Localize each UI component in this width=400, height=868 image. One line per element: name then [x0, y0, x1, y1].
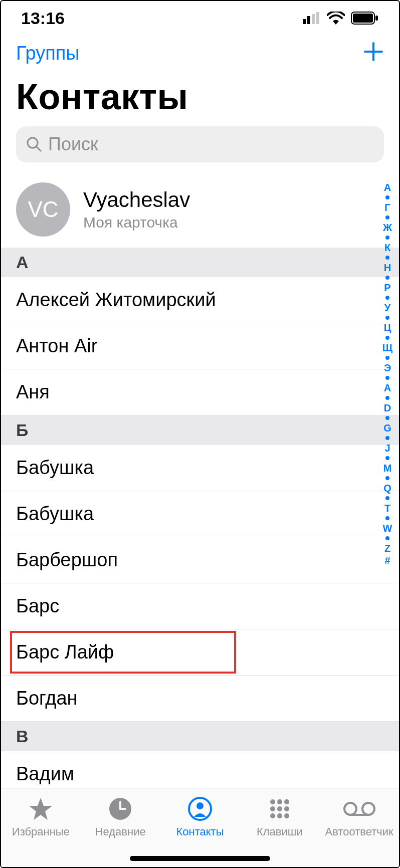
index-letter[interactable]: Q	[383, 482, 391, 494]
index-dot[interactable]	[385, 276, 389, 280]
section-header: А	[1, 248, 399, 277]
index-dot[interactable]	[385, 376, 389, 380]
index-dot[interactable]	[385, 516, 389, 520]
svg-point-25	[344, 803, 356, 815]
my-card-name: Vyacheslav	[83, 188, 190, 212]
index-dot[interactable]	[385, 476, 389, 480]
index-dot[interactable]	[385, 316, 389, 320]
tab-keypad[interactable]: Клавиши	[242, 795, 317, 838]
index-dot[interactable]	[385, 456, 389, 460]
add-contact-button[interactable]	[363, 40, 384, 66]
index-letter[interactable]: Э	[384, 362, 391, 374]
tab-favorites[interactable]: Избранные	[3, 795, 78, 838]
keypad-icon	[268, 795, 292, 822]
index-letter[interactable]: Ц	[384, 322, 391, 334]
index-letter[interactable]: Н	[384, 262, 391, 274]
avatar-initials: VC	[28, 197, 58, 222]
contact-row[interactable]: Алексей Житомирский	[1, 277, 399, 323]
contact-row[interactable]: Барс Лайф	[1, 629, 399, 676]
section-header: Б	[1, 415, 399, 445]
groups-button[interactable]: Группы	[16, 43, 80, 64]
avatar: VC	[16, 182, 70, 237]
index-letter[interactable]: Ж	[383, 222, 392, 234]
contact-row[interactable]: Бабушка	[1, 445, 399, 491]
my-card-subtitle: Моя карточка	[83, 214, 190, 231]
svg-point-19	[270, 806, 275, 811]
tab-label: Клавиши	[257, 825, 303, 838]
index-dot[interactable]	[385, 236, 389, 240]
contact-list[interactable]: ААлексей ЖитомирскийАнтон AirАняББабушка…	[1, 248, 399, 788]
svg-line-10	[37, 147, 41, 151]
contact-row[interactable]: Бабушка	[1, 491, 399, 537]
svg-rect-0	[303, 19, 306, 24]
svg-point-26	[362, 803, 374, 815]
contact-row[interactable]: Вадим	[1, 751, 399, 788]
nav-bar: Группы	[1, 35, 399, 66]
contact-row[interactable]: Антон Air	[1, 323, 399, 369]
index-letter[interactable]: M	[383, 462, 392, 474]
contact-row[interactable]: Барс	[1, 583, 399, 629]
index-letter[interactable]: T	[384, 502, 390, 514]
contact-row[interactable]: Барбершоп	[1, 537, 399, 583]
index-dot[interactable]	[385, 416, 389, 420]
index-letter[interactable]: Г	[384, 201, 390, 213]
page-title: Контакты	[1, 66, 399, 126]
index-letter[interactable]: D	[384, 402, 391, 414]
index-letter[interactable]: У	[384, 302, 390, 314]
tab-contacts[interactable]: Контакты	[162, 795, 238, 838]
svg-point-17	[277, 799, 282, 804]
tab-recents[interactable]: Недавние	[83, 795, 158, 838]
tab-label: Автоответчик	[325, 825, 393, 838]
index-dot[interactable]	[385, 536, 389, 540]
index-dot[interactable]	[385, 215, 389, 220]
section-header: В	[1, 722, 399, 751]
index-dot[interactable]	[385, 496, 389, 500]
index-dot[interactable]	[385, 296, 389, 300]
svg-rect-2	[312, 14, 315, 24]
index-letter[interactable]: J	[384, 442, 390, 454]
search-input[interactable]	[48, 134, 374, 155]
index-letter[interactable]: Щ	[382, 342, 392, 354]
index-dot[interactable]	[385, 195, 389, 199]
my-card[interactable]: VC Vyacheslav Моя карточка	[1, 173, 399, 248]
wifi-icon	[327, 12, 345, 25]
tab-label: Контакты	[176, 825, 224, 838]
search-field[interactable]	[16, 126, 384, 162]
index-letter[interactable]: А	[384, 181, 391, 193]
index-letter[interactable]: Z	[384, 542, 390, 554]
svg-rect-1	[307, 16, 310, 24]
status-bar: 13:16	[1, 1, 399, 35]
contact-icon	[188, 795, 212, 822]
search-container	[1, 126, 399, 173]
star-icon	[28, 795, 53, 822]
tab-voicemail[interactable]: Автоответчик	[322, 795, 397, 838]
index-letter[interactable]: A	[384, 382, 391, 394]
home-indicator[interactable]	[130, 856, 270, 861]
index-dot[interactable]	[385, 356, 389, 360]
clock-icon	[108, 795, 132, 822]
svg-point-22	[270, 813, 275, 818]
index-dot[interactable]	[385, 436, 389, 440]
svg-point-23	[277, 813, 282, 818]
index-letter[interactable]: W	[383, 522, 392, 534]
svg-rect-3	[316, 12, 319, 24]
svg-point-16	[270, 799, 275, 804]
svg-point-20	[277, 806, 282, 811]
index-letter[interactable]: Р	[384, 282, 390, 294]
svg-point-24	[284, 813, 289, 818]
index-letter[interactable]: G	[383, 422, 391, 434]
svg-point-15	[196, 802, 204, 809]
cellular-icon	[303, 12, 321, 24]
svg-point-21	[284, 806, 289, 811]
alpha-index[interactable]: АГЖКНРУЦЩЭADGJMQTWZ#	[379, 181, 396, 782]
index-dot[interactable]	[385, 336, 389, 340]
svg-point-18	[284, 799, 289, 804]
tab-label: Избранные	[12, 825, 70, 838]
index-dot[interactable]	[385, 256, 389, 260]
index-letter[interactable]: К	[384, 242, 390, 254]
contact-row[interactable]: Богдан	[1, 676, 399, 722]
contact-row[interactable]: Аня	[1, 369, 399, 415]
index-letter[interactable]: #	[384, 554, 390, 566]
tab-label: Недавние	[95, 825, 146, 838]
index-dot[interactable]	[385, 396, 389, 400]
